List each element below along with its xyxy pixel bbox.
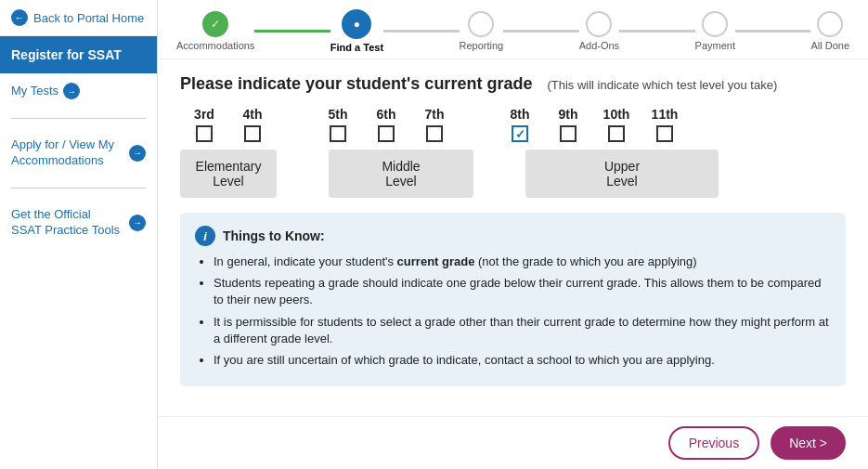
grades-row: 3rd 4th 5th (180, 107, 846, 142)
step-circle-all-done (817, 11, 843, 37)
grade-label-10th: 10th (603, 107, 630, 122)
grade-label-9th: 9th (559, 107, 578, 122)
steps-wrapper: ✓ Accommodations ● Find a Test Reporting (176, 9, 849, 53)
step-circle-find-a-test: ● (342, 9, 371, 39)
footer: Previous Next > (158, 416, 868, 469)
grade-checkbox-7th[interactable] (426, 125, 443, 142)
step-circle-accommodations: ✓ (202, 11, 228, 37)
grade-label-6th: 6th (377, 107, 396, 122)
step-label-accommodations: Accommodations (176, 40, 254, 51)
practice-arrow-icon: → (129, 215, 146, 231)
grade-checkbox-3rd[interactable] (196, 125, 213, 142)
grade-label-11th: 11th (652, 107, 679, 122)
grade-label-7th: 7th (425, 107, 445, 122)
sidebar-item-practice[interactable]: Get the Official SSAT Practice Tools → (11, 207, 146, 239)
grade-question: Please indicate your student's current g… (180, 74, 532, 94)
step-label-find-a-test: Find a Test (330, 42, 383, 53)
grade-header: Please indicate your student's current g… (180, 74, 846, 94)
sidebar-nav: My Tests → Apply for / View My Accommoda… (0, 73, 157, 248)
info-box-header: i Things to Know: (195, 226, 831, 246)
grade-col-3rd: 3rd (180, 107, 228, 142)
step-label-add-ons: Add-Ons (579, 40, 619, 51)
grade-col-7th: 7th (410, 107, 459, 142)
grade-label-8th: 8th (511, 107, 530, 122)
grade-checkbox-4th[interactable] (244, 125, 261, 142)
back-to-portal-label: Back to Portal Home (33, 11, 144, 25)
my-tests-label: My Tests (11, 84, 58, 99)
grade-checkbox-6th[interactable] (378, 125, 395, 142)
level-elementary: ElementaryLevel (180, 150, 277, 198)
main-content: ✓ Accommodations ● Find a Test Reporting (158, 0, 868, 469)
back-to-portal-link[interactable]: ← Back to Portal Home (0, 0, 157, 36)
step-add-ons: Add-Ons (579, 11, 619, 51)
grade-label-3rd: 3rd (194, 107, 214, 122)
info-item-2: Students repeating a grade should indica… (214, 275, 831, 308)
sidebar: ← Back to Portal Home Register for SSAT … (0, 0, 158, 469)
info-item-4: If you are still uncertain of which grad… (214, 352, 831, 369)
grade-col-11th: 11th (641, 107, 689, 142)
grade-col-4th: 4th (228, 107, 277, 142)
grade-col-9th: 9th (544, 107, 592, 142)
level-middle: MiddleLevel (329, 150, 473, 198)
info-list: In general, indicate your student's curr… (195, 254, 831, 369)
sidebar-item-accommodations[interactable]: Apply for / View My Accommodations → (11, 137, 146, 169)
my-tests-arrow-icon: → (63, 83, 80, 99)
step-circle-add-ons (586, 11, 612, 37)
previous-button[interactable]: Previous (668, 426, 759, 460)
back-arrow-icon: ← (11, 9, 28, 26)
info-item-1: In general, indicate your student's curr… (214, 254, 831, 270)
sidebar-item-my-tests[interactable]: My Tests → (11, 83, 146, 99)
grade-note: (This will indicate which test level you… (547, 78, 777, 92)
info-item-3: It is permissible for students to select… (214, 314, 831, 347)
grade-col-6th: 6th (362, 107, 410, 142)
practice-label: Get the Official SSAT Practice Tools (11, 207, 124, 239)
step-label-all-done: All Done (810, 40, 849, 51)
step-all-done: All Done (810, 11, 849, 51)
grade-label-5th: 5th (329, 107, 348, 122)
level-spacer-2 (481, 150, 518, 198)
step-payment: Payment (695, 11, 735, 51)
step-circle-reporting (468, 11, 494, 37)
step-reporting: Reporting (460, 11, 504, 51)
accommodations-arrow-icon: → (129, 145, 146, 162)
info-box: i Things to Know: In general, indicate y… (180, 213, 846, 386)
grade-selector: 3rd 4th 5th (180, 107, 846, 198)
next-button[interactable]: Next > (771, 426, 846, 460)
progress-bar: ✓ Accommodations ● Find a Test Reporting (158, 0, 868, 59)
step-find-a-test: ● Find a Test (330, 9, 383, 53)
levels-row: ElementaryLevel MiddleLevel UpperLevel (180, 150, 846, 198)
grade-checkbox-11th[interactable] (656, 125, 673, 142)
grade-checkbox-9th[interactable] (560, 125, 577, 142)
grade-checkbox-10th[interactable] (608, 125, 625, 142)
step-accommodations: ✓ Accommodations (176, 11, 254, 51)
grade-col-8th: 8th ✓ (496, 107, 544, 142)
register-label: Register for SSAT (0, 36, 157, 73)
level-spacer-1 (284, 150, 321, 198)
step-label-payment: Payment (695, 40, 735, 51)
grade-label-4th: 4th (243, 107, 263, 122)
grade-checkbox-5th[interactable] (330, 125, 346, 142)
level-upper: UpperLevel (525, 150, 719, 198)
step-circle-payment (702, 11, 728, 37)
step-label-reporting: Reporting (460, 40, 504, 51)
page-content: Please indicate your student's current g… (158, 59, 868, 416)
accommodations-label: Apply for / View My Accommodations (11, 137, 124, 169)
grade-col-10th: 10th (592, 107, 641, 142)
grade-checkbox-8th[interactable]: ✓ (512, 125, 528, 142)
info-box-title: Things to Know: (223, 228, 325, 243)
grade-col-5th: 5th (314, 107, 362, 142)
info-icon: i (195, 226, 215, 246)
